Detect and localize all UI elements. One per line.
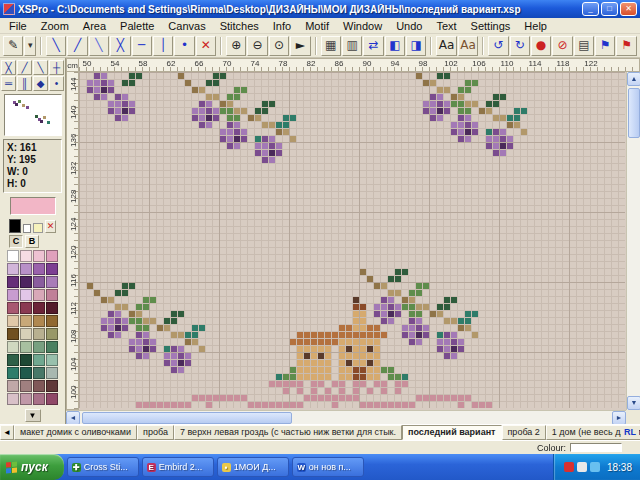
- backstitch-horizontal-button[interactable]: ─: [132, 36, 152, 56]
- palette-color-3[interactable]: [46, 250, 58, 262]
- no-stitch-button[interactable]: ⊘: [552, 36, 572, 56]
- backstitch-vertical-button[interactable]: │: [153, 36, 173, 56]
- scroll-left-button[interactable]: ◄: [66, 411, 80, 425]
- palette-color-16[interactable]: [7, 302, 19, 314]
- palette-color-13[interactable]: [20, 289, 32, 301]
- taskbar-task-3[interactable]: ▪1МОИ Д...: [217, 457, 289, 477]
- palette-color-4[interactable]: [7, 263, 19, 275]
- pointer-button[interactable]: ►: [290, 36, 310, 56]
- tab-3[interactable]: 7 верхн левая гроздь (с частью ниж ветки…: [174, 425, 402, 440]
- menu-item-settings[interactable]: Settings: [464, 19, 518, 33]
- stitch-double-button[interactable]: ═: [1, 76, 16, 91]
- palette-color-26[interactable]: [33, 328, 45, 340]
- palette-color-18[interactable]: [33, 302, 45, 314]
- design-canvas[interactable]: [79, 72, 625, 408]
- palette-color-41[interactable]: [20, 380, 32, 392]
- menu-item-area[interactable]: Area: [76, 19, 113, 33]
- palette-color-20[interactable]: [7, 315, 19, 327]
- palette-color-35[interactable]: [46, 354, 58, 366]
- stitch-knot-button[interactable]: •: [49, 76, 64, 91]
- palette-mode-c-button[interactable]: C: [9, 235, 23, 248]
- rotate-right-button[interactable]: ↻: [510, 36, 530, 56]
- tab-2[interactable]: проба: [137, 425, 174, 440]
- palette-color-32[interactable]: [7, 354, 19, 366]
- full-cross-stitch-button[interactable]: ╳: [110, 36, 130, 56]
- palette-color-37[interactable]: [20, 367, 32, 379]
- palette-color-22[interactable]: [33, 315, 45, 327]
- taskbar-task-1[interactable]: ✚Cross Sti...: [67, 457, 139, 477]
- palette-color-12[interactable]: [7, 289, 19, 301]
- palette-color-36[interactable]: [7, 367, 19, 379]
- pencil-dropdown-button[interactable]: ▾: [24, 36, 36, 56]
- stitch-half-forward-button[interactable]: ╱: [17, 60, 32, 75]
- palette-color-34[interactable]: [33, 354, 45, 366]
- zoom-actual-button[interactable]: ⊙: [269, 36, 289, 56]
- swap-colors-button[interactable]: ⇄: [363, 36, 383, 56]
- tab-scroll-left-button[interactable]: ◄: [0, 425, 14, 440]
- close-button[interactable]: ✕: [620, 2, 637, 16]
- menu-item-canvas[interactable]: Canvas: [161, 19, 212, 33]
- antivirus-tray-icon[interactable]: [564, 462, 574, 472]
- zoom-in-button[interactable]: ⊕: [226, 36, 246, 56]
- menu-item-undo[interactable]: Undo: [389, 19, 429, 33]
- palette-color-14[interactable]: [33, 289, 45, 301]
- palette-color-42[interactable]: [33, 380, 45, 392]
- text-large-button[interactable]: Aa: [458, 36, 478, 56]
- palette-color-25[interactable]: [20, 328, 32, 340]
- palette-color-0[interactable]: [7, 250, 19, 262]
- menu-item-motif[interactable]: Motif: [298, 19, 336, 33]
- flag-red-button[interactable]: ⚑: [616, 36, 636, 56]
- palette-color-1[interactable]: [20, 250, 32, 262]
- vertical-scroll-thumb[interactable]: [628, 88, 640, 138]
- palette-color-11[interactable]: [46, 276, 58, 288]
- french-knot-button[interactable]: •: [174, 36, 194, 56]
- motif-page-button[interactable]: ▤: [574, 36, 594, 56]
- stitch-vertical-button[interactable]: ║: [17, 76, 32, 91]
- palette-color-24[interactable]: [7, 328, 19, 340]
- menu-item-stitches[interactable]: Stitches: [213, 19, 266, 33]
- maximize-button[interactable]: □: [601, 2, 618, 16]
- palette-color-28[interactable]: [7, 341, 19, 353]
- palette-color-47[interactable]: [46, 393, 58, 405]
- start-button[interactable]: пуск: [0, 454, 64, 480]
- palette-color-6[interactable]: [33, 263, 45, 275]
- menu-item-info[interactable]: Info: [266, 19, 298, 33]
- menu-item-palette[interactable]: Palette: [113, 19, 161, 33]
- network-tray-icon[interactable]: [590, 462, 600, 472]
- taskbar-task-4[interactable]: Wон нов п...: [292, 457, 364, 477]
- pattern-preview[interactable]: [4, 94, 62, 136]
- tab-5[interactable]: проба 2: [502, 425, 546, 440]
- palette-color-30[interactable]: [33, 341, 45, 353]
- scroll-up-button[interactable]: ▲: [627, 72, 640, 86]
- color-wheel-button[interactable]: ●: [531, 36, 551, 56]
- palette-color-45[interactable]: [20, 393, 32, 405]
- palette-color-23[interactable]: [46, 315, 58, 327]
- half-stitch-back-button[interactable]: ╲: [46, 36, 66, 56]
- stitch-full-cross-button[interactable]: ╳: [1, 60, 16, 75]
- flag-blue-button[interactable]: ⚑: [595, 36, 615, 56]
- palette-color-17[interactable]: [20, 302, 32, 314]
- text-small-button[interactable]: Aa: [436, 36, 456, 56]
- stitch-half-back-button[interactable]: ╲: [33, 60, 48, 75]
- menu-item-zoom[interactable]: Zoom: [34, 19, 76, 33]
- quarter-stitch-button[interactable]: ╲: [89, 36, 109, 56]
- palette-color-46[interactable]: [33, 393, 45, 405]
- pencil-button[interactable]: ✎: [3, 36, 23, 56]
- palette-scroll-down-button[interactable]: ▼: [25, 409, 41, 422]
- stitch-backstitch-button[interactable]: ┼: [49, 60, 64, 75]
- volume-tray-icon[interactable]: [577, 462, 587, 472]
- vertical-scroll-track[interactable]: [627, 140, 640, 396]
- palette-mode-b-button[interactable]: B: [25, 235, 39, 248]
- palette-color-43[interactable]: [46, 380, 58, 392]
- scroll-down-button[interactable]: ▼: [627, 396, 640, 410]
- palette-color-15[interactable]: [46, 289, 58, 301]
- mirror-horizontal-button[interactable]: ◧: [385, 36, 405, 56]
- stitch-bead-button[interactable]: ◆: [33, 76, 48, 91]
- palette-color-40[interactable]: [7, 380, 19, 392]
- palette-color-29[interactable]: [20, 341, 32, 353]
- minimize-button[interactable]: _: [582, 2, 599, 16]
- tab-1[interactable]: макет домик с оливочками: [14, 425, 137, 440]
- mirror-vertical-button[interactable]: ◨: [406, 36, 426, 56]
- palette-color-19[interactable]: [46, 302, 58, 314]
- menu-item-text[interactable]: Text: [429, 19, 463, 33]
